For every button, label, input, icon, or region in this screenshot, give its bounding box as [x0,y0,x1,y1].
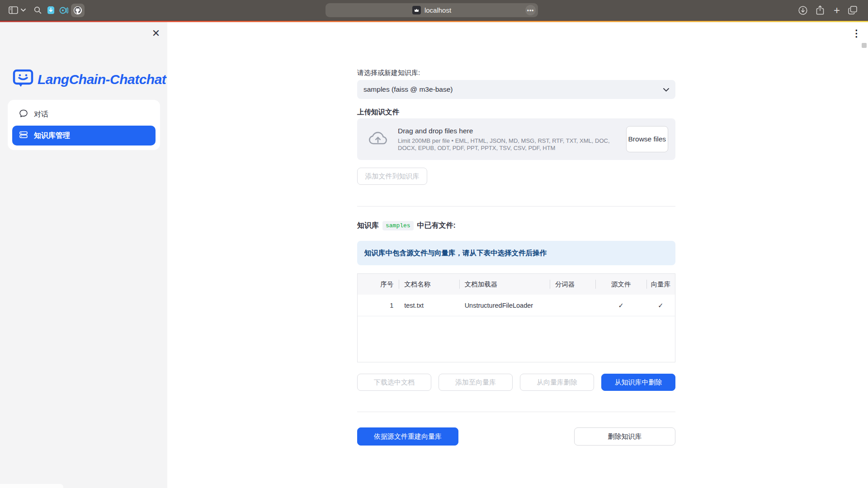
browse-files-button[interactable]: Browse files [626,126,668,152]
download-selected-button[interactable]: 下载选中文档 [357,374,431,391]
share-button[interactable] [814,0,826,20]
file-dropzone[interactable]: Drag and drop files here Limit 200MB per… [357,118,675,160]
column-header-splitter[interactable]: 分词器 [550,274,596,295]
kb-heading-prefix: 知识库 [357,221,379,230]
kb-name-code-chip: samples [382,221,414,230]
cell-source-file-check[interactable]: ✓ [595,295,646,316]
column-header-source-file[interactable]: 源文件 [595,274,646,295]
search-icon [34,6,42,14]
delete-from-kb-button[interactable]: 从知识库中删除 [601,374,675,391]
cell-vector-store-check[interactable]: ✓ [646,295,675,316]
sidebar-toggle-button[interactable] [7,0,19,20]
chevron-down-icon [21,9,26,12]
sidebar-chevron-button[interactable] [20,0,26,20]
add-files-to-kb-button[interactable]: 添加文件到知识库 [357,168,427,185]
column-header-vector-store[interactable]: 向量库 [646,274,675,295]
page-menu-button[interactable]: ••• [525,5,536,15]
plus-icon: + [834,4,840,17]
cell-splitter[interactable] [550,295,596,316]
downloads-button[interactable] [797,0,809,20]
chat-bubble-logo-icon [13,69,33,90]
dropzone-limit-text: Limit 200MB per file • EML, HTML, JSON, … [398,137,626,152]
close-sidebar-button[interactable]: ✕ [149,27,163,40]
status-bar [0,484,63,488]
chevron-down-icon [663,85,669,94]
cell-doc-name[interactable]: test.txt [399,295,459,316]
address-bar[interactable]: localhost ••• [326,3,538,17]
sidebar-item-label: 知识库管理 [34,131,70,141]
sidebar: ✕ LangChain-Chatchat 对话 知识库管理 [0,22,167,488]
kb-selectbox[interactable]: samples (faiss @ m3e-base) [357,80,675,99]
kb-files-table: 序号 文档名称 文档加载器 分词器 源文件 向量库 1 test.txt Uns… [357,273,675,362]
column-header-doc-name[interactable]: 文档名称 [399,274,459,295]
delete-from-vectorstore-button[interactable]: 从向量库删除 [520,374,594,391]
site-favicon [412,6,421,14]
app-logo: LangChain-Chatchat [13,69,166,90]
address-url-text: localhost [425,6,451,14]
dropzone-title: Drag and drop files here [398,127,626,135]
download-icon [798,6,807,15]
sidebar-item-knowledge-base[interactable]: 知识库管理 [12,126,156,145]
kb-select-label: 请选择或新建知识库: [357,69,675,77]
kb-files-heading: 知识库 samples 中已有文件: [357,221,675,230]
add-to-vectorstore-button[interactable]: 添加至向量库 [439,374,513,391]
cloud-upload-icon [368,131,388,148]
browser-toolbar: localhost ••• + [0,0,868,20]
radar-rings-icon [59,6,68,14]
column-header-index[interactable]: 序号 [358,274,399,295]
file-action-buttons: 下载选中文档 添加至向量库 从向量库删除 从知识库中删除 [357,374,675,391]
kb-heading-suffix: 中已有文件: [417,221,456,230]
table-row[interactable]: 1 test.txt UnstructuredFileLoader ✓ ✓ [358,295,675,316]
github-icon [73,6,82,15]
new-tab-button[interactable]: + [831,0,843,20]
delete-kb-button[interactable]: 删除知识库 [574,427,675,446]
column-header-loader[interactable]: 文档加载器 [459,274,550,295]
extension-button-2[interactable] [58,0,69,20]
sidebar-nav: 对话 知识库管理 [8,100,160,150]
app-window: ⋮ ✕ LangChain-Chatchat 对话 知识库管理 [0,22,868,488]
tabs-icon [848,6,857,14]
divider [357,206,675,206]
tabs-overview-button[interactable] [846,0,859,20]
chat-icon [19,109,28,120]
table-header-row: 序号 文档名称 文档加载器 分词器 源文件 向量库 [358,274,675,295]
search-button[interactable] [32,0,43,20]
database-icon [19,130,28,141]
divider [357,412,675,412]
extension-button-1[interactable] [45,0,56,20]
upload-section-label: 上传知识文件 [357,108,675,117]
dropzone-text: Drag and drop files here Limit 200MB per… [398,127,626,152]
cat-shield-icon [47,6,55,14]
info-banner: 知识库中包含源文件与向量库，请从下表中选择文件后操作 [357,241,675,265]
kb-select-value: samples (faiss @ m3e-base) [363,85,453,94]
cell-index[interactable]: 1 [358,295,399,316]
cell-loader[interactable]: UnstructuredFileLoader [459,295,550,316]
kebab-menu-button[interactable]: ⋮ [852,28,861,39]
sidebar-item-dialogue[interactable]: 对话 [12,104,156,124]
extension-button-github[interactable] [71,4,85,17]
rebuild-vectorstore-button[interactable]: 依据源文件重建向量库 [357,427,458,446]
share-icon [816,5,824,15]
scrollbar-thumb[interactable] [862,43,867,48]
sidebar-item-label: 对话 [34,110,48,119]
logo-wordmark: LangChain-Chatchat [38,72,166,87]
sidebar-panel-icon [9,6,18,14]
